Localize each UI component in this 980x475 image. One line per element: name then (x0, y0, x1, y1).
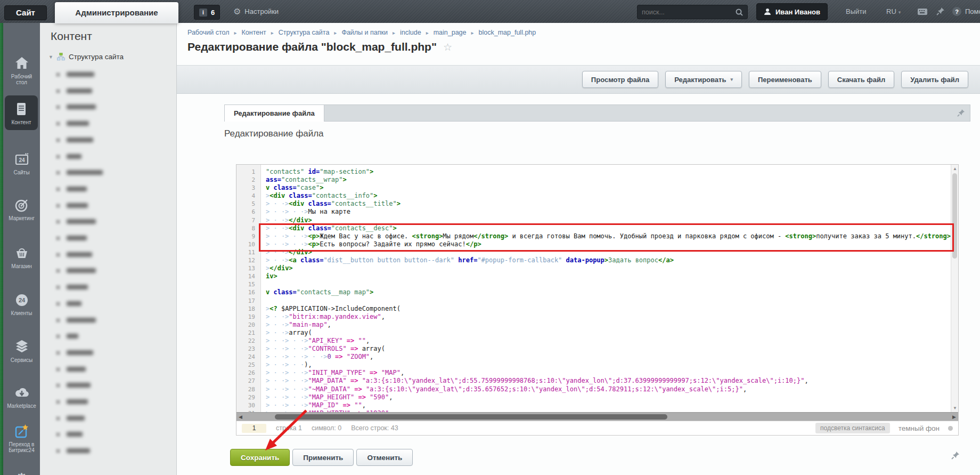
code-textarea[interactable]: "contacts" id="map-section">ass="contact… (262, 165, 951, 412)
save-button[interactable]: Сохранить (230, 449, 290, 466)
tree-plus-icon[interactable] (56, 367, 60, 372)
sidebar-item-site-structure[interactable]: ▼ Структура сайта (48, 53, 124, 61)
sidebar-tree-item-blurred[interactable] (40, 203, 177, 209)
breadcrumb-link[interactable]: Файлы и папки (341, 29, 388, 36)
sidebar-tree-item-blurred[interactable] (40, 415, 177, 422)
admin-tab[interactable]: Администрирование (55, 2, 178, 23)
sidebar-tree-item-blurred[interactable] (40, 350, 177, 356)
favorite-star-icon[interactable]: ☆ (443, 42, 452, 53)
sidebar-item-settings[interactable]: ⚙ (3, 471, 40, 475)
tree-plus-icon[interactable] (56, 122, 60, 126)
tree-plus-icon[interactable] (56, 302, 60, 306)
tree-plus-icon[interactable] (56, 105, 60, 109)
tree-plus-icon[interactable] (56, 138, 60, 142)
sidebar-item-desktop[interactable]: Рабочий стол (3, 56, 40, 85)
sidebar-tree-item-blurred[interactable] (40, 317, 177, 324)
sidebar-tree-item-blurred[interactable] (40, 268, 177, 274)
search-icon[interactable] (735, 8, 744, 17)
language-selector[interactable]: RU▾ (886, 0, 901, 23)
tree-plus-icon[interactable] (56, 269, 60, 273)
horizontal-scrollbar[interactable]: ◀ ▶ (236, 412, 958, 421)
sidebar-tree-item-blurred[interactable] (40, 366, 177, 373)
tree-plus-icon[interactable] (56, 334, 60, 339)
site-tab[interactable]: Сайт (4, 5, 47, 20)
keyboard-icon[interactable] (917, 8, 928, 15)
sidebar-item-shop[interactable]: Магазин (3, 246, 40, 269)
tree-plus-icon[interactable] (56, 73, 60, 77)
sidebar-tree-item-blurred[interactable] (40, 170, 177, 176)
tree-plus-icon[interactable] (56, 187, 60, 191)
notifications-button[interactable]: i 6 (194, 5, 220, 20)
sidebar-tree-item-blurred[interactable] (40, 186, 177, 192)
sidebar-item-b24[interactable]: Переход в Битрикс24 (3, 424, 40, 453)
breadcrumb-link[interactable]: Рабочий стол (187, 29, 229, 36)
tree-plus-icon[interactable] (56, 449, 60, 453)
tree-plus-icon[interactable] (56, 171, 60, 175)
logout-link[interactable]: Выйти (846, 0, 867, 23)
breadcrumb-link[interactable]: Структура сайта (279, 29, 330, 36)
pin-icon[interactable] (951, 451, 960, 460)
dark-theme-toggle[interactable] (948, 426, 953, 431)
scroll-right-icon[interactable]: ▶ (952, 413, 956, 421)
toolbar-button[interactable]: Просмотр файла (582, 71, 658, 88)
help-button[interactable]: ? Помощь (952, 0, 980, 23)
apply-button[interactable]: Применить (292, 449, 354, 466)
tree-plus-icon[interactable] (56, 285, 60, 289)
sidebar-tree-item-blurred[interactable] (40, 88, 177, 94)
search-input[interactable] (638, 9, 735, 16)
sidebar-tree-item-blurred[interactable] (40, 71, 177, 78)
cancel-button[interactable]: Отменить (356, 449, 413, 466)
tree-plus-icon[interactable] (56, 204, 60, 208)
tree-plus-icon[interactable] (56, 155, 60, 159)
sidebar-tree-item-blurred[interactable] (40, 137, 177, 143)
scroll-up-icon[interactable]: ▲ (951, 166, 959, 171)
sidebar-item-content[interactable]: Контент (5, 95, 38, 130)
tree-plus-icon[interactable] (56, 383, 60, 388)
sidebar-tree-item-blurred[interactable] (40, 284, 177, 291)
tree-plus-icon[interactable] (56, 89, 60, 93)
sidebar-tree-item-blurred[interactable] (40, 333, 177, 340)
sidebar-tree-item-blurred[interactable] (40, 252, 177, 258)
pin-icon[interactable] (936, 7, 945, 15)
scroll-left-icon[interactable]: ◀ (239, 413, 242, 421)
tree-plus-icon[interactable] (56, 351, 60, 355)
toolbar-button[interactable]: Скачать файл (828, 71, 894, 88)
sidebar-tree-item-blurred[interactable] (40, 104, 177, 110)
tree-plus-icon[interactable] (56, 432, 60, 437)
sidebar-tree-item-blurred[interactable] (40, 120, 177, 127)
sidebar-tree-item-blurred[interactable] (40, 399, 177, 405)
tree-plus-icon[interactable] (56, 220, 60, 224)
sidebar-tree-item-blurred[interactable] (40, 448, 177, 454)
sidebar-item-clients[interactable]: 24Клиенты (3, 293, 40, 316)
sidebar-item-sites[interactable]: 24Сайты (3, 152, 40, 175)
scroll-down-icon[interactable]: ▼ (951, 406, 959, 410)
sidebar-item-services[interactable]: Сервисы (3, 340, 40, 363)
horizontal-scroll-thumb[interactable] (275, 414, 667, 420)
breadcrumb-link[interactable]: block_map_full.php (479, 29, 536, 36)
sidebar-item-marketplace[interactable]: Marketplace (3, 385, 40, 409)
sidebar-tree-item-blurred[interactable] (40, 382, 177, 389)
breadcrumb-link[interactable]: include (400, 29, 421, 36)
vertical-scrollbar[interactable]: ▲ ▼ (951, 165, 958, 412)
tree-plus-icon[interactable] (56, 318, 60, 323)
user-menu-button[interactable]: Иван Иванов (756, 3, 828, 20)
toolbar-button[interactable]: Переименовать (749, 71, 821, 88)
edit-dropdown-button[interactable]: Редактировать▾ (665, 71, 742, 88)
pin-icon[interactable] (957, 109, 965, 117)
topbar-settings-button[interactable]: ⚙ Настройки (233, 0, 279, 23)
sidebar-item-marketing[interactable]: Маркетинг (3, 198, 40, 221)
line-number-box[interactable]: 1 (242, 424, 266, 433)
tab-file-edit[interactable]: Редактирование файла (225, 105, 324, 122)
breadcrumb-link[interactable]: main_page (434, 29, 467, 36)
sidebar-tree-item-blurred[interactable] (40, 431, 177, 438)
tree-expander-icon[interactable]: ▼ (48, 54, 53, 60)
sidebar-tree-item-blurred[interactable] (40, 154, 177, 160)
toolbar-button[interactable]: Удалить файл (901, 71, 968, 88)
tree-plus-icon[interactable] (56, 400, 60, 404)
tree-plus-icon[interactable] (56, 416, 60, 421)
sidebar-tree-item-blurred[interactable] (40, 219, 177, 225)
breadcrumb-link[interactable]: Контент (242, 29, 266, 36)
sidebar-tree-item-blurred[interactable] (40, 301, 177, 307)
tree-plus-icon[interactable] (56, 236, 60, 240)
sidebar-tree-item-blurred[interactable] (40, 235, 177, 241)
